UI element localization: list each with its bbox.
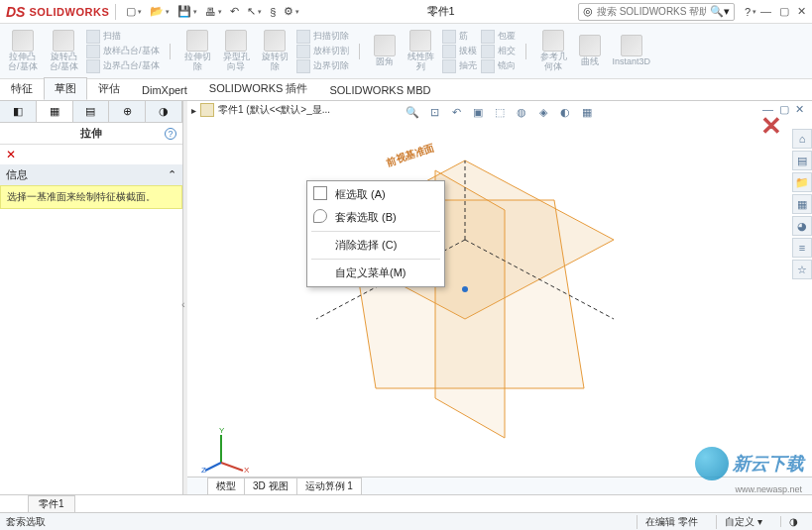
scene-icon[interactable]: ▦ (578, 103, 596, 121)
tab-dimxpert[interactable]: DimXpert (131, 80, 198, 100)
task-forum-icon[interactable]: ☆ (792, 260, 812, 279)
print-button[interactable]: 🖶▾ (201, 4, 226, 20)
orientation-triad: Y X Z (201, 423, 251, 473)
watermark-logo-icon (695, 447, 729, 480)
maximize-button[interactable]: ▢ (779, 5, 789, 18)
svg-line-11 (205, 463, 221, 471)
hide-show-icon[interactable]: ◈ (534, 103, 552, 121)
task-view-palette-icon[interactable]: ▦ (792, 194, 812, 214)
doc-tab-part1[interactable]: 零件1 (28, 495, 75, 513)
boundary-cut-button[interactable]: 边界切除 (296, 59, 349, 73)
linear-pattern-button[interactable]: 线性阵 列 (404, 28, 438, 74)
svg-text:Y: Y (219, 426, 225, 435)
mirror-button[interactable]: 镜向 (481, 59, 516, 73)
loft-cut-button[interactable]: 放样切割 (296, 45, 349, 58)
save-button[interactable]: 💾▾ (174, 3, 201, 20)
boundary-button[interactable]: 边界凸台/基体 (86, 59, 160, 73)
doc-close-icon[interactable]: ✕ (795, 103, 804, 116)
watermark-url: www.newasp.net (735, 484, 802, 494)
curves-button[interactable]: 曲线 (575, 33, 605, 69)
task-library-icon[interactable]: ▤ (792, 151, 812, 170)
hole-wizard-button[interactable]: 异型孔 向导 (219, 28, 254, 74)
title-bar: DS SOLIDWORKS ▢▾ 📂▾ 💾▾ 🖶▾ ↶ ↖▾ § ⚙▾ 零件1 … (0, 0, 812, 24)
panel-tab-property-manager[interactable]: ▦ (37, 101, 73, 122)
undo-button[interactable]: ↶ (226, 3, 243, 20)
shell-button[interactable]: 抽壳 (442, 59, 477, 73)
tab-evaluate[interactable]: 评估 (87, 77, 131, 100)
close-button[interactable]: ✕ (797, 5, 806, 18)
tab-mbd[interactable]: SOLIDWORKS MBD (318, 80, 441, 100)
intersect-button[interactable]: 相交 (481, 45, 516, 58)
box-select-item[interactable]: 框选取 (A) (307, 183, 444, 206)
lasso-select-icon (313, 209, 327, 223)
new-file-button[interactable]: ▢▾ (122, 3, 146, 20)
draft-button[interactable]: 拔模 (442, 45, 477, 58)
rebuild-button[interactable]: § (266, 4, 280, 20)
property-manager-panel: ◧ ▦ ▤ ⊕ ◑ 拉伸 ? ✕ 信息 ⌃ 选择一基准面来绘制特征横截面。 (0, 101, 183, 494)
panel-tab-feature-tree[interactable]: ◧ (0, 101, 37, 122)
feature-sub-group1: 筋 拔模 抽壳 (442, 30, 477, 73)
fillet-button[interactable]: 圆角 (370, 33, 400, 69)
tab-3dview[interactable]: 3D 视图 (244, 477, 297, 495)
section-view-icon[interactable]: ▣ (469, 103, 487, 121)
wrap-button[interactable]: 包覆 (481, 30, 516, 44)
loft-button[interactable]: 放样凸台/基体 (86, 45, 160, 58)
sweep-cut-button[interactable]: 扫描切除 (296, 30, 349, 44)
ds-logo-icon: DS (6, 4, 25, 20)
open-file-button[interactable]: 📂▾ (146, 3, 174, 20)
lasso-select-item[interactable]: 套索选取 (B) (307, 206, 444, 229)
tab-addins[interactable]: SOLIDWORKS 插件 (198, 77, 319, 100)
feature-breadcrumb[interactable]: ▸ 零件1 (默认<<默认>_显... (191, 103, 330, 117)
search-icon[interactable]: 🔍▾ (710, 5, 730, 18)
ref-geometry-button[interactable]: 参考几 何体 (536, 28, 571, 74)
display-style-icon[interactable]: ◍ (513, 103, 530, 121)
zoom-area-icon[interactable]: ⊡ (425, 103, 443, 121)
panel-tab-config[interactable]: ▤ (73, 101, 110, 122)
revolve-boss-button[interactable]: 旋转凸 台/基体 (46, 28, 83, 74)
rib-button[interactable]: 筋 (442, 30, 477, 44)
instant3d-button[interactable]: Instant3D (609, 33, 655, 69)
tab-motion-study[interactable]: 运动算例 1 (296, 477, 362, 495)
select-button[interactable]: ↖▾ (243, 3, 266, 20)
panel-tab-dimxpert[interactable]: ⊕ (109, 101, 146, 122)
pm-cancel-button[interactable]: ✕ (0, 145, 182, 164)
chevron-up-icon: ⌃ (168, 168, 176, 181)
clear-selection-item[interactable]: 消除选择 (C) (307, 234, 444, 257)
sweep-button[interactable]: 扫描 (86, 30, 160, 44)
task-properties-icon[interactable]: ≡ (792, 238, 812, 258)
cut-sub-group: 扫描切除 放样切割 边界切除 (296, 30, 349, 73)
options-button[interactable]: ⚙▾ (280, 3, 303, 20)
tab-sketch[interactable]: 草图 (44, 77, 87, 100)
pm-help-icon[interactable]: ? (165, 128, 176, 140)
task-file-explorer-icon[interactable]: 📁 (792, 172, 812, 192)
extrude-boss-button[interactable]: 拉伸凸 台/基体 (4, 28, 42, 74)
help-search[interactable]: ◎ 🔍▾ (578, 3, 735, 21)
view-orientation-icon[interactable]: ⬚ (491, 103, 509, 121)
task-home-icon[interactable]: ⌂ (792, 129, 812, 149)
feature-sub-group2: 包覆 相交 镜向 (481, 30, 516, 73)
status-edit-mode: 在编辑 零件 (637, 515, 706, 529)
boss-sub-group: 扫描 放样凸台/基体 边界凸台/基体 (86, 30, 160, 73)
revolve-cut-button[interactable]: 旋转切 除 (258, 28, 292, 74)
watermark: 新云下载 (695, 447, 804, 480)
extrude-cut-button[interactable]: 拉伸切 除 (180, 28, 215, 74)
tab-model[interactable]: 模型 (207, 477, 245, 495)
expand-icon[interactable]: ▸ (191, 105, 196, 116)
help-button[interactable]: ?▾ (741, 4, 760, 20)
edit-appearance-icon[interactable]: ◐ (556, 103, 574, 121)
help-search-input[interactable] (597, 6, 706, 17)
panel-tab-display[interactable]: ◑ (146, 101, 182, 122)
tab-features[interactable]: 特征 (0, 77, 44, 100)
task-appearance-icon[interactable]: ◕ (792, 216, 812, 236)
svg-line-9 (221, 463, 243, 471)
status-bar: 套索选取 在编辑 零件 自定义 ▾ ◑ (0, 512, 812, 530)
graphics-viewport[interactable]: ▸ 零件1 (默认<<默认>_显... 🔍 ⊡ ↶ ▣ ⬚ ◍ ◈ ◐ ▦ — … (187, 101, 812, 494)
pm-section-info[interactable]: 信息 ⌃ (0, 164, 182, 185)
cancel-feature-x[interactable]: ✕ (760, 111, 782, 142)
status-toggle-icon[interactable]: ◑ (780, 516, 806, 527)
prev-view-icon[interactable]: ↶ (447, 103, 465, 121)
customize-menu-item[interactable]: 自定义菜单(M) (307, 262, 444, 284)
zoom-fit-icon[interactable]: 🔍 (404, 103, 421, 121)
status-custom[interactable]: 自定义 ▾ (716, 515, 770, 529)
minimize-button[interactable]: — (760, 5, 771, 18)
